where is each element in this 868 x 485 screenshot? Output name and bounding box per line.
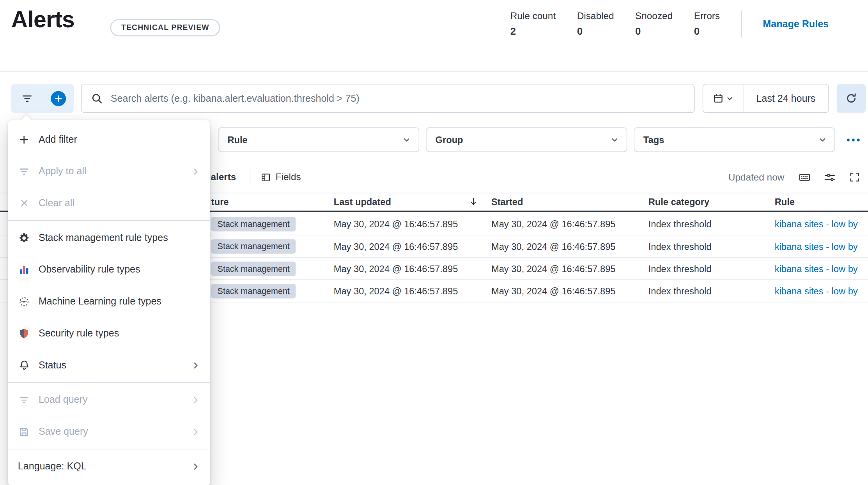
filter-icon (18, 395, 30, 405)
rule-filter-label: Rule (227, 135, 247, 145)
fields-button-label: Fields (276, 172, 301, 183)
rule-stats: Rule count 2 Disabled 0 Snoozed 0 Errors… (510, 11, 829, 37)
chevron-down-icon (726, 95, 733, 102)
rule-filter-select[interactable]: Rule (218, 127, 419, 152)
feature-badge: Stack management (211, 262, 296, 276)
column-header-started[interactable]: Started (491, 193, 523, 211)
page-title: Alerts (11, 7, 74, 33)
menu-item-load-query[interactable]: Load query (8, 384, 210, 416)
more-options-button[interactable] (842, 131, 864, 149)
filter-icon (21, 93, 32, 104)
rule-link[interactable]: kibana sites - low by (775, 280, 858, 302)
menu-item-clear-all[interactable]: Clear all (8, 187, 210, 219)
chevron-right-icon (191, 395, 200, 404)
stat-disabled: Disabled 0 (577, 11, 614, 37)
chevron-right-icon (191, 167, 200, 176)
gear-icon (18, 232, 30, 244)
add-filter-circle-button[interactable] (43, 84, 74, 113)
stat-errors: Errors 0 (694, 11, 720, 37)
search-box (81, 84, 695, 113)
menu-divider (8, 382, 210, 382)
chevron-right-icon (191, 361, 200, 370)
stat-snoozed: Snoozed 0 (635, 11, 673, 37)
column-header-rule[interactable]: Rule (775, 193, 795, 211)
menu-item-stack-management-rule-types[interactable]: Stack management rule types (8, 222, 210, 254)
rule-link[interactable]: kibana sites - low by (775, 235, 858, 257)
feature-badge: Stack management (211, 239, 296, 253)
cell-started: May 30, 2024 @ 16:46:57.895 (491, 258, 616, 280)
alerts-page: Alerts TECHNICAL PREVIEW Rule count 2 Di… (0, 0, 868, 485)
observability-icon (18, 264, 30, 275)
save-icon (18, 427, 30, 437)
refresh-button[interactable] (837, 84, 866, 113)
search-input[interactable] (110, 92, 685, 105)
bell-icon (18, 360, 30, 370)
filter-icon (18, 166, 30, 176)
menu-item-security-rule-types[interactable]: Security rule types (8, 317, 210, 349)
technical-preview-badge: TECHNICAL PREVIEW (110, 19, 220, 36)
boxes-horizontal-icon (847, 138, 849, 141)
cell-last-updated: May 30, 2024 @ 16:46:57.895 (334, 235, 458, 257)
plus-icon (18, 135, 30, 145)
group-filter-label: Group (436, 135, 463, 145)
display-options-button[interactable] (823, 170, 836, 184)
filters-button[interactable] (11, 84, 43, 113)
menu-item-machine-learning-rule-types[interactable]: Machine Learning rule types (8, 285, 210, 317)
cell-last-updated: May 30, 2024 @ 16:46:57.895 (334, 213, 458, 235)
menu-item-language-kql[interactable]: Language: KQL (8, 450, 210, 482)
column-header-feature[interactable]: ture (211, 193, 229, 211)
menu-item-observability-rule-types[interactable]: Observability rule types (8, 254, 210, 286)
updated-status: Updated now (728, 172, 785, 183)
menu-item-add-filter[interactable]: Add filter (8, 124, 210, 156)
feature-badge: Stack management (211, 284, 296, 298)
cell-started: May 30, 2024 @ 16:46:57.895 (491, 235, 616, 257)
alerts-count-label: alerts (211, 172, 236, 183)
search-icon (92, 93, 102, 104)
column-header-last-updated[interactable]: Last updated (334, 193, 391, 211)
status-bar-divider (250, 169, 250, 185)
feature-badge: Stack management (211, 217, 296, 231)
cell-started: May 30, 2024 @ 16:46:57.895 (491, 213, 616, 235)
cell-rule-category: Index threshold (648, 235, 712, 257)
keyboard-icon (799, 171, 810, 183)
filters-popover: Add filter Apply to all Clear all Stack … (8, 120, 210, 485)
menu-item-apply-to-all[interactable]: Apply to all (8, 155, 210, 187)
rule-link[interactable]: kibana sites - low by (775, 258, 858, 280)
filter-button-group (11, 84, 74, 113)
chevron-down-icon (610, 136, 619, 144)
menu-item-status[interactable]: Status (8, 349, 210, 381)
fullscreen-button[interactable] (848, 170, 861, 184)
cell-rule-category: Index threshold (648, 213, 712, 235)
stat-rule-count: Rule count 2 (510, 11, 556, 37)
tags-filter-select[interactable]: Tags (634, 127, 835, 152)
date-picker: Last 24 hours (703, 84, 829, 113)
date-picker-calendar-button[interactable] (703, 84, 743, 112)
rule-link[interactable]: kibana sites - low by (775, 213, 858, 235)
sliders-icon (824, 171, 835, 183)
tags-filter-label: Tags (643, 135, 664, 145)
sort-down-icon (468, 197, 478, 207)
calendar-icon (713, 93, 723, 103)
manage-rules-link[interactable]: Manage Rules (763, 18, 829, 30)
refresh-icon (846, 93, 857, 104)
cross-icon (18, 198, 30, 208)
group-filter-select[interactable]: Group (426, 127, 627, 152)
cell-rule-category: Index threshold (648, 280, 712, 302)
menu-divider (8, 220, 210, 221)
fields-icon (261, 172, 270, 182)
cell-rule-category: Index threshold (648, 258, 712, 280)
menu-item-save-query[interactable]: Save query (8, 416, 210, 448)
cell-last-updated: May 30, 2024 @ 16:46:57.895 (334, 280, 458, 302)
stats-divider (741, 11, 741, 37)
fields-button[interactable]: Fields (261, 169, 301, 185)
keyboard-shortcuts-button[interactable] (797, 170, 811, 184)
chevron-down-icon (402, 136, 411, 144)
machine-learning-icon (18, 296, 30, 307)
chevron-right-icon (191, 462, 200, 471)
cell-started: May 30, 2024 @ 16:46:57.895 (491, 280, 616, 302)
chevron-down-icon (818, 136, 827, 144)
chevron-right-icon (191, 427, 200, 436)
column-header-rule-category[interactable]: Rule category (648, 193, 709, 211)
menu-divider (8, 449, 210, 449)
time-range-button[interactable]: Last 24 hours (743, 84, 828, 112)
